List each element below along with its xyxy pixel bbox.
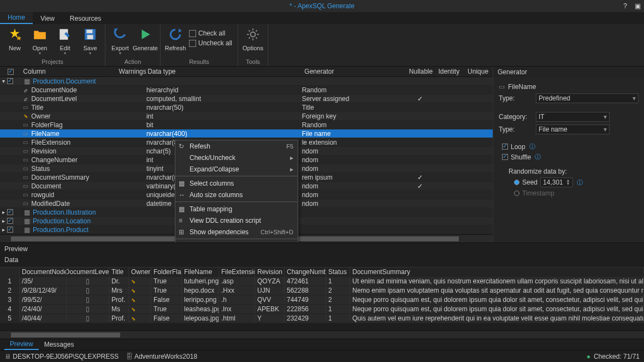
export-button[interactable]: Export▼ xyxy=(108,25,133,58)
menu-item[interactable]: ⊞Show dependenciesCtrl+Shift+D xyxy=(175,226,298,238)
preview-col-header[interactable]: Owner xyxy=(129,268,151,276)
preview-data-row[interactable]: 1/35/▯Dr.⬊Truetutuheri.png.aspQOYZA47246… xyxy=(0,277,644,286)
column-type-icon: ▭ xyxy=(21,104,30,110)
menu-item[interactable]: ▦Select columns xyxy=(175,177,298,189)
menu-item[interactable]: ↷Export▸ xyxy=(175,240,298,242)
expand-icon[interactable]: ▸ xyxy=(2,218,5,224)
tab-messages[interactable]: Messages xyxy=(39,340,80,349)
preview-col-header[interactable] xyxy=(0,268,20,276)
preview-col-header[interactable]: DocumentLevel xyxy=(67,268,109,276)
info-icon[interactable]: ⓘ xyxy=(529,143,535,151)
menu-item[interactable]: ≡View DDL creation script xyxy=(175,215,298,226)
column-row[interactable]: ▭FolderFlagbitRandom xyxy=(0,121,493,129)
table-checkbox[interactable] xyxy=(7,227,13,233)
seed-label: Seed xyxy=(522,179,537,186)
menu-item[interactable]: ↻RefeshF5 xyxy=(175,140,298,152)
column-row[interactable]: ▭Titlenvarchar(50)Title xyxy=(0,103,493,112)
hdr-nullable[interactable]: Nullable xyxy=(409,68,439,75)
column-row[interactable]: ▭FileNamenvarchar(400)File name xyxy=(0,129,493,138)
preview-col-header[interactable]: Revision xyxy=(255,268,285,276)
preview-data-row[interactable]: 3/99/52/▯Prof.⬊Falseleriripo.png.hQVV744… xyxy=(0,295,644,305)
menu-tab-view[interactable]: View xyxy=(33,13,62,24)
seed-radio[interactable] xyxy=(514,180,519,185)
column-row[interactable]: ⬊OwnerintForeign key xyxy=(0,112,493,121)
new-button[interactable]: New▼ xyxy=(2,25,27,58)
hdr-identity[interactable]: Identity xyxy=(438,68,468,75)
datatype: bit xyxy=(146,121,302,129)
table-icon: ▦ xyxy=(22,209,32,216)
generator-value: File name xyxy=(302,130,406,138)
save-button[interactable]: Save▼ xyxy=(78,25,103,58)
preview-col-header[interactable]: FolderFlag xyxy=(151,268,182,276)
preview-data-row[interactable]: 4/24/40/▯Ms⬊Trueleasheas.jpg.lnxAPEBK222… xyxy=(0,305,644,314)
expand-icon[interactable]: ▾ xyxy=(2,78,5,84)
menu-tab-home[interactable]: Home xyxy=(0,12,33,24)
menu-item[interactable]: Expand/Collapse▸ xyxy=(175,163,298,175)
column-row[interactable]: ⸙DocumentLevelcomputed, smallintServer a… xyxy=(0,94,493,103)
options-button[interactable]: Options▼ xyxy=(240,25,265,58)
table-checkbox[interactable] xyxy=(7,209,13,215)
column-type-icon: ⬊ xyxy=(21,113,30,119)
edit-button[interactable]: Edit▼ xyxy=(52,25,78,58)
generate-button[interactable]: Generate▼ xyxy=(133,25,158,58)
column-type-icon: ▭ xyxy=(21,130,30,137)
preview-col-header[interactable]: DocumentSummary xyxy=(350,268,644,276)
table-icon: ▦ xyxy=(22,78,32,85)
hdr-datatype[interactable]: Data type xyxy=(147,68,304,75)
column-row[interactable]: ⸙DocumentNodehierarchyidRandom xyxy=(0,86,493,94)
loop-checkbox[interactable] xyxy=(502,144,508,150)
info-icon[interactable]: ⓘ xyxy=(577,179,583,187)
hdr-column[interactable]: Column xyxy=(21,68,119,75)
expand-icon[interactable]: ▸ xyxy=(2,227,5,233)
check-all[interactable] xyxy=(8,69,14,75)
column-type-icon: ▭ xyxy=(21,139,30,145)
menu-item[interactable]: ▦Table mapping xyxy=(175,203,298,215)
category-label: Category: xyxy=(499,113,533,121)
svg-point-9 xyxy=(251,32,256,37)
open-button[interactable]: Open▼ xyxy=(27,25,52,58)
status-server: DESKTOP-9EJ056P\SQLEXPRESS xyxy=(13,353,119,360)
table-checkbox[interactable] xyxy=(7,78,13,84)
hdr-generator[interactable]: Generator xyxy=(304,68,409,75)
table-checkbox[interactable] xyxy=(7,218,13,224)
category-select[interactable]: IT▾ xyxy=(536,112,610,122)
preview-h-scrollbar[interactable] xyxy=(0,330,644,339)
check-option[interactable]: Check all xyxy=(189,29,232,37)
preview-col-header[interactable]: DocumentNode xyxy=(20,268,67,276)
menu-item[interactable]: Check/Uncheck▸ xyxy=(175,152,298,163)
maximize-icon[interactable]: ▣ xyxy=(635,2,641,10)
check-option[interactable]: Uncheck all xyxy=(189,39,232,47)
info-icon[interactable]: ⓘ xyxy=(535,153,541,161)
tab-preview[interactable]: Preview xyxy=(4,339,39,350)
preview-title: Preview xyxy=(0,243,644,255)
preview-data-row[interactable]: 5/40/44/▯Prof.⬊Falselelepoas.jpg.htmlY23… xyxy=(0,314,644,323)
refresh-button[interactable]: Refresh▼ xyxy=(163,25,188,58)
shuffle-checkbox[interactable] xyxy=(502,154,508,160)
table-row[interactable]: ▾▦Production.Document xyxy=(0,77,493,86)
status-ok-icon: ● xyxy=(587,353,590,360)
preview-col-header[interactable]: Title xyxy=(109,268,129,276)
title-bar: * - ApexSQL Generate ? ▣ xyxy=(0,0,644,12)
hdr-warnings[interactable]: Warnings xyxy=(119,68,148,75)
preview-data-row[interactable]: 2/9/28/12/49/▯Mrs⬊Truehepo.docx.HxxUJN56… xyxy=(0,286,644,295)
preview-col-header[interactable]: Status xyxy=(326,268,350,276)
ribbon-group-label: Projects xyxy=(2,58,103,66)
type-select[interactable]: Predefined▾ xyxy=(536,93,639,103)
generator-value: ndom xyxy=(302,165,406,173)
subtype-select[interactable]: File name▾ xyxy=(536,124,610,134)
status-bar: 🖥 DESKTOP-9EJ056P\SQLEXPRESS 🗄 Adventure… xyxy=(0,350,644,362)
menu-item[interactable]: ↔Auto size columns xyxy=(175,189,298,200)
svg-rect-5 xyxy=(87,35,93,39)
menu-tab-resources[interactable]: Resources xyxy=(62,13,109,24)
help-icon[interactable]: ? xyxy=(623,2,627,10)
preview-col-header[interactable]: FileExtension xyxy=(219,268,255,276)
hdr-unique[interactable]: Unique xyxy=(468,68,493,75)
preview-col-header[interactable]: ChangeNumber xyxy=(285,268,326,276)
generator-value: Random xyxy=(302,86,406,94)
preview-col-header[interactable]: FileName xyxy=(182,268,219,276)
column-type-icon: ⸙ xyxy=(21,95,30,103)
column-name: DocumentLevel xyxy=(30,95,118,103)
timestamp-radio[interactable] xyxy=(514,191,519,196)
expand-icon[interactable]: ▸ xyxy=(2,209,5,215)
seed-input[interactable]: 14,301▲▼ xyxy=(540,177,573,187)
